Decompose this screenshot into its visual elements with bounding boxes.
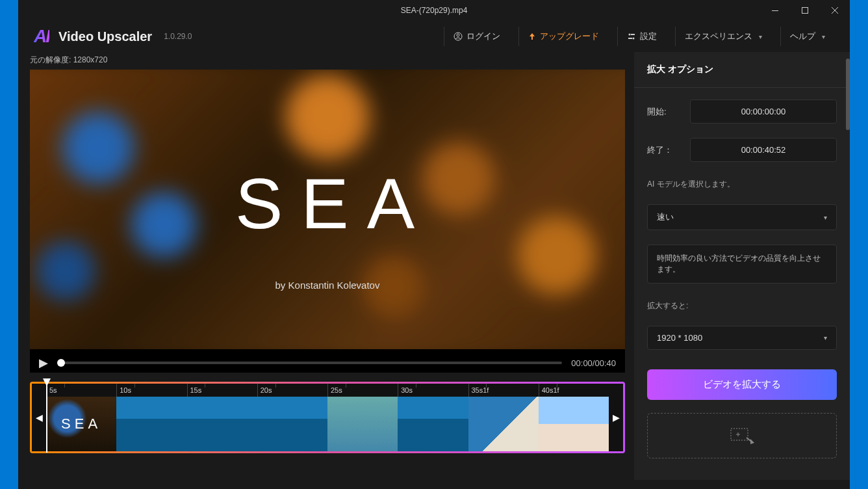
app-title: Video Upscaler (58, 29, 152, 44)
timeline-prev-button[interactable]: ◀ (33, 412, 45, 423)
titlebar: SEA-(720p29).mp4 (18, 0, 850, 21)
start-label: 開始: (647, 106, 681, 118)
ruler-mark: 10s (120, 386, 131, 394)
thumb-frame[interactable] (116, 397, 186, 451)
upgrade-button[interactable]: アップグレード (518, 27, 608, 46)
thumb-frame[interactable]: SEA (46, 397, 116, 451)
timeline-scrubber[interactable] (46, 382, 47, 453)
thumb-frame[interactable] (257, 397, 327, 451)
experience-button[interactable]: エクスペリエンス ▾ (675, 27, 771, 46)
svg-rect-1 (802, 8, 808, 14)
ruler-mark: 5s (49, 386, 57, 394)
model-select[interactable]: 速い ▾ (647, 204, 837, 230)
play-button[interactable]: ▶ (39, 356, 48, 370)
login-button[interactable]: ログイン (444, 27, 509, 46)
preview-title-text: SEA (235, 162, 433, 244)
preview-frame[interactable]: SEA by Konstantin Kolevatov (30, 70, 625, 349)
thumb-frame[interactable] (187, 397, 257, 451)
video-preview: SEA by Konstantin Kolevatov ▶ 00:00/00:4… (30, 70, 625, 373)
user-icon (453, 32, 463, 41)
ruler-mark: 20s (261, 386, 272, 394)
progress-slider[interactable] (57, 362, 562, 364)
ruler-mark: 25s (331, 386, 342, 394)
window-minimize-button[interactable] (760, 0, 790, 21)
logo: AI (34, 26, 49, 47)
panel-title: 拡大 オプション (634, 52, 850, 88)
start-time-input[interactable]: 00:00:00:00 (690, 99, 837, 124)
svg-rect-0 (772, 10, 778, 11)
ruler-mark: 35s1f (472, 386, 489, 394)
svg-point-6 (633, 38, 635, 40)
titlebar-filename: SEA-(720p29).mp4 (401, 6, 468, 15)
settings-icon (627, 32, 636, 41)
panel-scrollbar[interactable] (846, 59, 850, 130)
app-version: 1.0.29.0 (164, 32, 192, 41)
model-description: 時間効率の良い方法でビデオの品質を向上させます。 (647, 244, 837, 284)
thumb-frame[interactable] (468, 397, 539, 451)
help-button[interactable]: ヘルプ ▾ (780, 27, 834, 46)
ruler-mark: 30s (401, 386, 413, 394)
end-label: 終了： (647, 144, 681, 156)
window-maximize-button[interactable] (790, 0, 820, 21)
ruler-mark: 40s1f (542, 386, 559, 394)
upscale-to-label: 拡大すると: (647, 300, 837, 311)
thumb-frame[interactable] (539, 397, 609, 451)
options-panel: 拡大 オプション 開始: 00:00:00:00 終了： 00:00:40:52… (634, 52, 850, 480)
time-display: 00:00/00:40 (571, 358, 616, 368)
svg-rect-5 (631, 34, 635, 35)
svg-point-3 (457, 34, 459, 36)
timeline-thumbnails[interactable]: SEA (46, 397, 609, 451)
chevron-down-icon: ▾ (822, 33, 825, 40)
drop-zone-icon (728, 426, 756, 445)
resolution-select[interactable]: 1920 * 1080 ▾ (647, 326, 837, 350)
upscale-video-button[interactable]: ビデオを拡大する (647, 369, 837, 400)
drop-zone[interactable] (647, 413, 837, 458)
settings-button[interactable]: 設定 (617, 27, 666, 46)
thumb-frame[interactable] (327, 397, 398, 451)
app-window: SEA-(720p29).mp4 AI Video Upscaler 1.0.2… (18, 0, 850, 489)
ruler-mark: 15s (190, 386, 202, 394)
chevron-down-icon: ▾ (759, 33, 762, 40)
chevron-down-icon: ▾ (824, 334, 827, 341)
end-time-input[interactable]: 00:00:40:52 (690, 138, 837, 162)
header: AI Video Upscaler 1.0.29.0 ログイン アップグレード … (18, 21, 850, 52)
timeline-ruler[interactable]: 5s 10s 15s 20s 25s 30s 35s1f 40s1f (46, 384, 609, 397)
timeline-next-button[interactable]: ▶ (610, 412, 622, 423)
upgrade-icon (528, 33, 536, 40)
chevron-down-icon: ▾ (824, 214, 827, 221)
window-close-button[interactable] (820, 0, 850, 21)
source-resolution-label: 元の解像度: 1280x720 (30, 52, 625, 70)
progress-knob[interactable] (57, 359, 65, 367)
timeline: ◀ ▶ 5s 10s 15s 20s 25s 30s 35s1f 40s1f S… (30, 382, 625, 453)
model-section-label: AI モデルを選択します。 (647, 179, 837, 190)
svg-point-4 (629, 34, 631, 36)
thumb-frame[interactable] (398, 397, 468, 451)
preview-subtitle-text: by Konstantin Kolevatov (275, 280, 380, 291)
svg-rect-7 (628, 38, 632, 39)
